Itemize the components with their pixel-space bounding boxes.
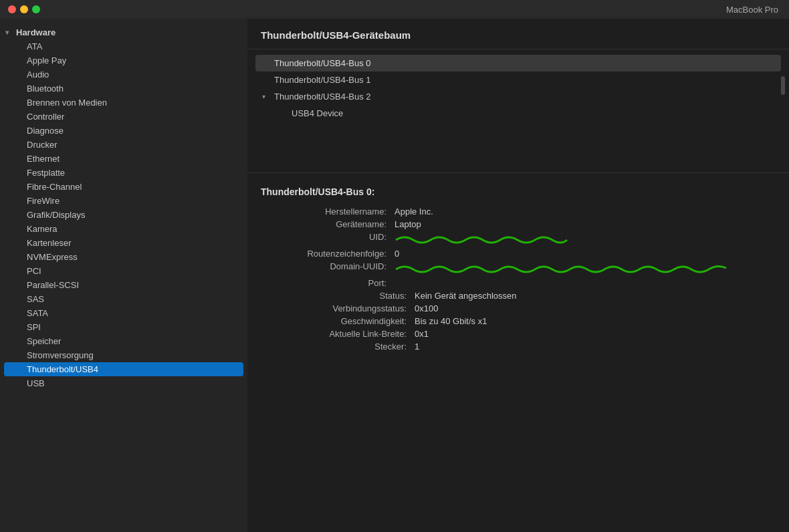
label-herstellername: Herstellername: xyxy=(261,207,394,217)
detail-row-uid: UID: xyxy=(261,232,776,246)
detail-row-geraetename: Gerätename: Laptop xyxy=(261,219,776,229)
bus2-chevron-icon: ▾ xyxy=(262,93,273,100)
content-header: Thunderbolt/USB4-Gerätebaum xyxy=(247,19,789,49)
detail-row-port: Port: xyxy=(261,278,776,288)
traffic-lights xyxy=(8,5,40,13)
sidebar-item-festplatte[interactable]: Festplatte xyxy=(0,166,247,180)
tree-area: Thunderbolt/USB4-Bus 0 Thunderbolt/USB4-… xyxy=(247,49,789,170)
titlebar: MacBook Pro xyxy=(0,0,789,19)
sidebar-item-kamera[interactable]: Kamera xyxy=(0,222,247,236)
domain-uuid-redacted xyxy=(394,261,729,273)
sidebar-item-parallel-scsi[interactable]: Parallel-SCSI xyxy=(0,278,247,292)
value-routenzeichenfolge: 0 xyxy=(394,249,776,259)
scrollbar-thumb xyxy=(781,76,785,95)
label-uid: UID: xyxy=(261,232,394,246)
sidebar-item-fibre-channel[interactable]: Fibre-Channel xyxy=(0,180,247,194)
sidebar-item-firewire[interactable]: FireWire xyxy=(0,194,247,208)
sidebar-item-kartenleser[interactable]: Kartenleser xyxy=(0,236,247,250)
details-title: Thunderbolt/USB4-Bus 0: xyxy=(261,186,776,197)
port-row-linkbreite: Aktuelle Link-Breite: 0x1 xyxy=(261,329,776,339)
sidebar-item-thunderbolt-usb4[interactable]: Thunderbolt/USB4 xyxy=(4,362,243,376)
sidebar-item-brennen[interactable]: Brennen von Medien xyxy=(0,96,247,110)
label-verbindungsstatus: Verbindungsstatus: xyxy=(261,303,415,313)
value-herstellername: Apple Inc. xyxy=(394,207,776,217)
sidebar-item-ata[interactable]: ATA xyxy=(0,39,247,53)
label-port-status: Status: xyxy=(261,291,415,301)
sidebar-item-drucker[interactable]: Drucker xyxy=(0,138,247,152)
label-domain-uuid: Domain-UUID: xyxy=(261,261,394,275)
sidebar-item-pci[interactable]: PCI xyxy=(0,264,247,278)
minimize-button[interactable] xyxy=(20,5,28,13)
sidebar-item-ethernet[interactable]: Ethernet xyxy=(0,152,247,166)
detail-row-routenzeichenfolge: Routenzeichenfolge: 0 xyxy=(261,249,776,259)
value-port-status: Kein Gerät angeschlossen xyxy=(415,291,516,301)
sidebar: ▾ Hardware ATA Apple Pay Audio Bluetooth… xyxy=(0,19,247,532)
sidebar-item-nvmexpress[interactable]: NVMExpress xyxy=(0,250,247,264)
sidebar-item-spi[interactable]: SPI xyxy=(0,320,247,334)
close-button[interactable] xyxy=(8,5,16,13)
value-port xyxy=(394,278,776,288)
value-linkbreite: 0x1 xyxy=(415,329,429,339)
hardware-section-label: Hardware xyxy=(16,27,55,37)
tree-item-usb4device[interactable]: USB4 Device xyxy=(255,105,781,122)
window-title: MacBook Pro xyxy=(726,5,778,15)
tree-item-bus1[interactable]: Thunderbolt/USB4-Bus 1 xyxy=(255,72,781,88)
port-row-stecker: Stecker: 1 xyxy=(261,342,776,352)
sidebar-item-audio[interactable]: Audio xyxy=(0,68,247,82)
value-geschwindigkeit: Bis zu 40 Gbit/s x1 xyxy=(415,316,487,326)
details-section: Thunderbolt/USB4-Bus 0: Herstellername: … xyxy=(247,176,789,365)
sidebar-item-speicher[interactable]: Speicher xyxy=(0,334,247,348)
tree-item-bus0[interactable]: Thunderbolt/USB4-Bus 0 xyxy=(255,55,781,72)
label-port: Port: xyxy=(261,278,394,288)
label-routenzeichenfolge: Routenzeichenfolge: xyxy=(261,249,394,259)
label-geraetename: Gerätename: xyxy=(261,219,394,229)
hardware-chevron-icon: ▾ xyxy=(5,29,15,36)
label-geschwindigkeit: Geschwindigkeit: xyxy=(261,316,415,326)
section-divider xyxy=(247,172,789,173)
port-row-verbindungsstatus: Verbindungsstatus: 0x100 xyxy=(261,303,776,313)
detail-row-herstellername: Herstellername: Apple Inc. xyxy=(261,207,776,217)
sidebar-item-usb[interactable]: USB xyxy=(0,376,247,390)
content-title: Thunderbolt/USB4-Gerätebaum xyxy=(261,29,776,41)
value-geraetename: Laptop xyxy=(394,219,776,229)
sidebar-item-sas[interactable]: SAS xyxy=(0,292,247,306)
tree-item-bus2[interactable]: ▾ Thunderbolt/USB4-Bus 2 xyxy=(255,88,781,105)
hardware-section-header[interactable]: ▾ Hardware xyxy=(0,25,247,39)
sidebar-item-sata[interactable]: SATA xyxy=(0,306,247,320)
label-stecker: Stecker: xyxy=(261,342,415,352)
sidebar-item-apple-pay[interactable]: Apple Pay xyxy=(0,53,247,68)
value-uid xyxy=(394,232,776,246)
detail-row-domain-uuid: Domain-UUID: xyxy=(261,261,776,275)
uid-redacted xyxy=(394,232,568,244)
hardware-section: ▾ Hardware ATA Apple Pay Audio Bluetooth… xyxy=(0,24,247,392)
content-area: Thunderbolt/USB4-Gerätebaum Thunderbolt/… xyxy=(247,19,789,532)
port-row-geschwindigkeit: Geschwindigkeit: Bis zu 40 Gbit/s x1 xyxy=(261,316,776,326)
sidebar-item-diagnose[interactable]: Diagnose xyxy=(0,124,247,138)
value-stecker: 1 xyxy=(415,342,419,352)
sidebar-item-grafik-displays[interactable]: Grafik/Displays xyxy=(0,208,247,222)
port-row-status: Status: Kein Gerät angeschlossen xyxy=(261,291,776,301)
value-domain-uuid xyxy=(394,261,776,275)
sidebar-item-controller[interactable]: Controller xyxy=(0,110,247,124)
maximize-button[interactable] xyxy=(32,5,40,13)
sidebar-item-stromversorgung[interactable]: Stromversorgung xyxy=(0,348,247,362)
label-linkbreite: Aktuelle Link-Breite: xyxy=(261,329,415,339)
sidebar-item-bluetooth[interactable]: Bluetooth xyxy=(0,82,247,96)
value-verbindungsstatus: 0x100 xyxy=(415,303,438,313)
main-layout: ▾ Hardware ATA Apple Pay Audio Bluetooth… xyxy=(0,19,789,532)
